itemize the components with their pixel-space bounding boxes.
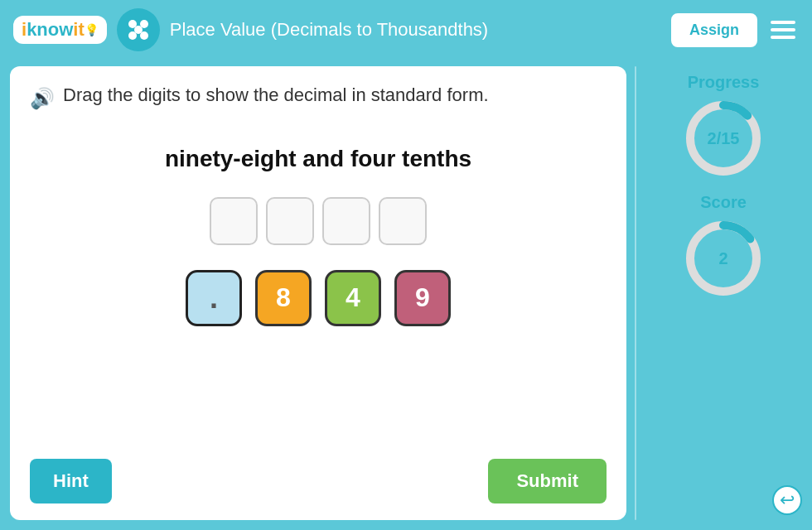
progress-value: 2/15 bbox=[708, 129, 740, 148]
main-area: 🔊 Drag the digits to show the decimal in… bbox=[0, 60, 812, 530]
score-value: 2 bbox=[718, 249, 727, 268]
progress-label: Progress bbox=[688, 73, 760, 92]
divider bbox=[635, 66, 636, 520]
hint-button[interactable]: Hint bbox=[30, 459, 112, 504]
digit-tile-8[interactable]: 8 bbox=[255, 270, 312, 326]
svg-point-4 bbox=[134, 26, 143, 34]
word-problem: ninety-eight and four tenths bbox=[30, 146, 607, 172]
digit-tile-dot[interactable]: . bbox=[186, 270, 242, 326]
score-label: Score bbox=[700, 193, 747, 212]
progress-ring: 2/15 bbox=[682, 97, 765, 180]
instruction-text: Drag the digits to show the decimal in s… bbox=[63, 83, 489, 108]
drop-area bbox=[30, 197, 607, 245]
progress-section: Progress 2/15 bbox=[682, 73, 765, 180]
bottom-nav: ↩ bbox=[772, 485, 802, 520]
digit-tile-9[interactable]: 9 bbox=[394, 270, 451, 326]
hamburger-menu-button[interactable] bbox=[767, 17, 799, 42]
hamburger-line-3 bbox=[771, 36, 795, 39]
lesson-icon bbox=[117, 8, 160, 51]
lesson-title: Place Value (Decimals to Thousandths) bbox=[170, 19, 661, 41]
drop-box-4[interactable] bbox=[379, 197, 427, 245]
digit-tile-4[interactable]: 4 bbox=[325, 270, 381, 326]
header: iknowit 💡 Place Value (Decimals to Thous… bbox=[0, 0, 812, 60]
question-text-area: 🔊 Drag the digits to show the decimal in… bbox=[30, 83, 607, 113]
logo: iknowit 💡 bbox=[13, 16, 107, 44]
back-button[interactable]: ↩ bbox=[772, 485, 802, 515]
logo-text: iknowit bbox=[22, 21, 85, 39]
speaker-icon[interactable]: 🔊 bbox=[30, 84, 55, 113]
assign-button[interactable]: Assign bbox=[671, 13, 757, 47]
right-panel: Progress 2/15 Score bbox=[645, 66, 802, 520]
digit-area: . 8 4 9 bbox=[30, 270, 607, 326]
hamburger-line-1 bbox=[771, 21, 795, 24]
hamburger-line-2 bbox=[771, 28, 795, 31]
score-section: Score 2 bbox=[682, 193, 765, 300]
drop-box-3[interactable] bbox=[322, 197, 370, 245]
left-panel: 🔊 Drag the digits to show the decimal in… bbox=[10, 66, 626, 520]
bottom-bar: Hint Submit bbox=[30, 459, 607, 504]
submit-button[interactable]: Submit bbox=[488, 459, 607, 504]
logo-bulb-icon: 💡 bbox=[85, 23, 99, 36]
drop-box-2[interactable] bbox=[266, 197, 314, 245]
score-ring: 2 bbox=[682, 217, 765, 300]
drop-box-1[interactable] bbox=[210, 197, 258, 245]
